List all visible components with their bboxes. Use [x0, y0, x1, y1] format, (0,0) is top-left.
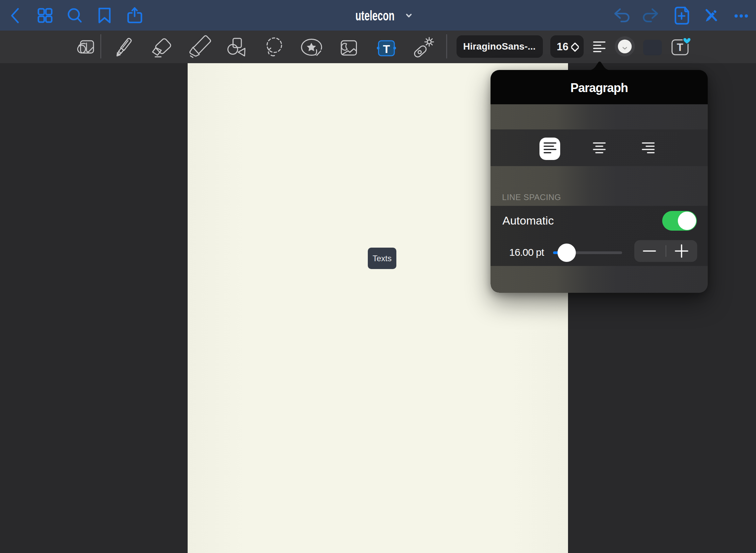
- svg-text:T: T: [677, 41, 683, 53]
- svg-text:HiraginoSans-...: HiraginoSans-...: [463, 41, 535, 52]
- svg-text:T: T: [383, 42, 390, 55]
- svg-text:utelecon: utelecon: [356, 8, 395, 23]
- svg-text:16: 16: [557, 41, 568, 53]
